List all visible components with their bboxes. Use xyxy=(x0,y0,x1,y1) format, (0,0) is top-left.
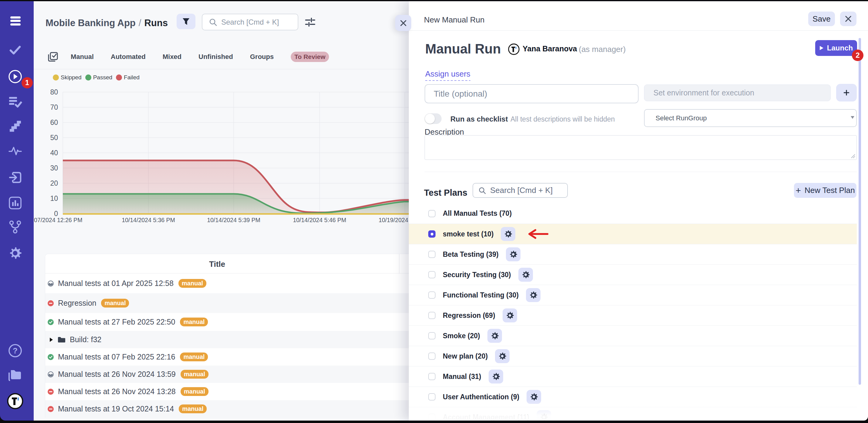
svg-text:80: 80 xyxy=(50,88,58,96)
svg-text:40: 40 xyxy=(50,149,58,157)
svg-text:10/14/2024 5:36 PM: 10/14/2024 5:36 PM xyxy=(122,217,175,223)
svg-text:60: 60 xyxy=(50,118,58,126)
svg-text:20: 20 xyxy=(50,179,58,187)
svg-text:07/2024 12:26 PM: 07/2024 12:26 PM xyxy=(34,217,82,223)
svg-text:10/14/2024 5:39 PM: 10/14/2024 5:39 PM xyxy=(207,217,260,223)
svg-text:10: 10 xyxy=(50,195,58,202)
svg-text:70: 70 xyxy=(50,103,58,111)
svg-text:50: 50 xyxy=(50,134,58,142)
svg-text:10/14/2024 5:46 PM: 10/14/2024 5:46 PM xyxy=(293,217,346,223)
svg-text:?: ? xyxy=(13,346,18,355)
svg-text:10/19/2024: 10/19/2024 xyxy=(378,217,408,223)
svg-text:30: 30 xyxy=(50,164,58,172)
